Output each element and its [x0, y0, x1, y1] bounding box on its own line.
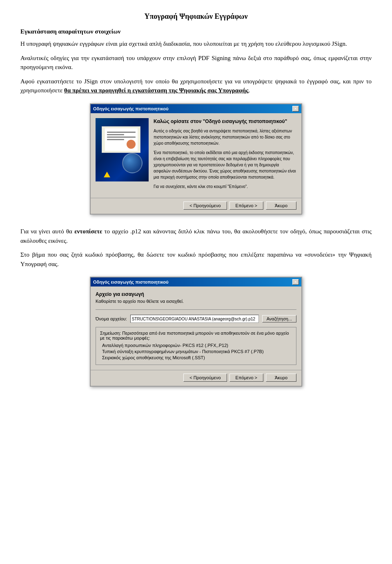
dialog1-image: [96, 118, 149, 181]
dialog1-titlebar-buttons: ✕: [292, 106, 299, 112]
paragraph-4: Για να γίνει αυτό θα εντοπίσετε το αρχεί…: [20, 227, 372, 245]
dialog2-buttons: < Προηγούμενο Επόμενο > Άκυρο: [91, 370, 301, 386]
dialog2-back-btn[interactable]: < Προηγούμενο: [183, 374, 227, 382]
dialog2-field-input[interactable]: STRUCTIONS\GEORGIADOU ANASTASIA (anageor…: [130, 315, 259, 323]
cert-stamp: [127, 140, 136, 149]
cert-arrow: [104, 172, 110, 177]
dialog1-cancel-btn[interactable]: Άκυρο: [266, 201, 296, 210]
dialog1: Οδηγός εισαγωγής πιστοποιητικού ✕: [90, 103, 302, 215]
cert-line-2: [107, 134, 124, 135]
dialog2-note-item-3: Σειριακός χώρος αποθήκευσης της Microsof…: [102, 355, 292, 360]
paragraph-4-part1: Για να γίνει αυτό θα: [20, 228, 74, 235]
paragraph-3: Αφού εγκαταστήσετε το JSign στον υπολογι…: [20, 77, 372, 95]
dialog2-field-label: Όνομα αρχείου:: [96, 316, 127, 321]
dialog2-note-item-2: Τυπική σύνταξη κρυπτογραφημένων μηνυμάτω…: [102, 349, 292, 354]
paragraph-3-bold-underline: θα πρέπει να προηγηθεί η εγκατάσταση της…: [64, 87, 248, 94]
dialog2-cancel-btn[interactable]: Άκυρο: [266, 374, 296, 382]
paragraph-4-bold: εντοπίσετε: [74, 228, 102, 235]
dialog2-separator-1: [96, 309, 296, 310]
dialog1-body-text1: Αυτός ο οδηγός σας βοηθά να αντιγράψετε …: [154, 128, 296, 146]
dialog2-titlebar-buttons: ✕: [292, 279, 299, 285]
paragraph-3-end: .: [248, 87, 250, 94]
dialog1-body-text3: Για να συνεχίσετε, κάντε κλικ στο κουμπί…: [154, 184, 296, 190]
dialog1-back-btn[interactable]: < Προηγούμενο: [183, 201, 227, 210]
cert-image-background: [96, 118, 149, 181]
section-title: Εγκατάσταση απαραίτητων στοιχείων: [20, 28, 372, 35]
dialog1-titlebar: Οδηγός εισαγωγής πιστοποιητικού ✕: [91, 104, 301, 113]
dialog1-close-btn[interactable]: ✕: [292, 106, 299, 112]
dialog1-content: Καλώς ορίσατε στον "Οδηγό εισαγωγής πιστ…: [96, 118, 296, 193]
cert-line-3: [107, 137, 136, 138]
dialog1-heading: Καλώς ορίσατε στον "Οδηγό εισαγωγής πιστ…: [154, 118, 296, 125]
paragraph-2: Αναλυτικές οδηγίες για την εγκατάστασή τ…: [20, 54, 372, 72]
page-title: Υπογραφή Ψηφιακών Εγγράφων: [20, 12, 372, 21]
dialog1-body: Καλώς ορίσατε στον "Οδηγό εισαγωγής πιστ…: [91, 113, 301, 198]
dialog1-title: Οδηγός εισαγωγής πιστοποιητικού: [93, 106, 169, 111]
paragraph-1: Η υπογραφή ψηφιακών εγγράφων είναι μία σ…: [20, 39, 372, 49]
dialog2-note-box: Σημείωση: Περισσότερα από ένα πιστοποιητ…: [96, 327, 296, 365]
cert-card-inner: [105, 128, 138, 151]
cert-card: [102, 126, 140, 153]
dialog2-note-item-1: Ανταλλαγή προσωπικών πληροφοριών- PKCS #…: [102, 343, 292, 348]
dialog2-container: Οδηγός εισαγωγής πιστοποιητικού ✕ Αρχείο…: [20, 277, 372, 387]
dialog2-titlebar: Οδηγός εισαγωγής πιστοποιητικού ✕: [91, 278, 301, 286]
dialog1-next-btn[interactable]: Επόμενο >: [229, 201, 263, 210]
dialog2-title: Οδηγός εισαγωγής πιστοποιητικού: [93, 280, 169, 284]
dialog2-field-value: STRUCTIONS\GEORGIADOU ANASTASIA (anageor…: [132, 317, 255, 321]
dialog2-browse-btn[interactable]: Αναζήτηση...: [262, 315, 296, 322]
dialog1-container: Οδηγός εισαγωγής πιστοποιητικού ✕: [20, 103, 372, 215]
cert-line-1: [107, 132, 136, 133]
dialog2-subtitle: Καθορίστε το αρχείο που θέλετε να εισαχθ…: [96, 299, 296, 304]
dialog2-note-list: Ανταλλαγή προσωπικών πληροφοριών- PKCS #…: [102, 343, 292, 360]
dialog2: Οδηγός εισαγωγής πιστοποιητικού ✕ Αρχείο…: [90, 277, 302, 387]
dialog2-body: Αρχείο για εισαγωγή Καθορίστε το αρχείο …: [91, 286, 301, 370]
dialog2-field-row: Όνομα αρχείου: STRUCTIONS\GEORGIADOU ANA…: [96, 315, 296, 323]
dialog1-body-text2: Ένα πιστοποιητικό, το οποίο εκδίδεται απ…: [154, 150, 296, 180]
paragraph-5: Στο βήμα που σας ζητά κωδικό πρόσβασης, …: [20, 250, 372, 269]
dialog1-text-area: Καλώς ορίσατε στον "Οδηγό εισαγωγής πιστ…: [154, 118, 296, 193]
dialog2-next-btn[interactable]: Επόμενο >: [229, 374, 263, 382]
dialog2-section-title: Αρχείο για εισαγωγή: [96, 291, 296, 297]
dialog2-note-title: Σημείωση: Περισσότερα από ένα πιστοποιητ…: [100, 331, 292, 340]
dialog1-buttons: < Προηγούμενο Επόμενο > Άκυρο: [91, 198, 301, 214]
dialog2-close-btn[interactable]: ✕: [292, 279, 299, 285]
cert-line-4: [107, 139, 124, 140]
cert-globe: [122, 153, 143, 173]
